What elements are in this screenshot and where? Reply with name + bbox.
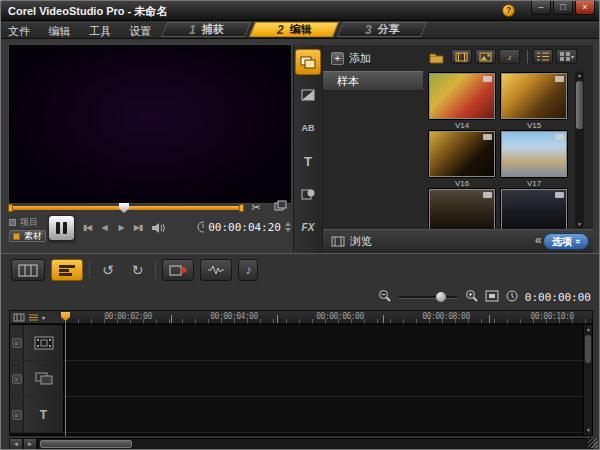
add-folder-button[interactable]: + 添加 (331, 51, 371, 66)
go-to-end-button[interactable]: ▶▮ (131, 220, 145, 236)
thumbnail-image[interactable] (501, 73, 567, 119)
track-options-icon[interactable]: ≡ (12, 374, 22, 384)
chevron-down-icon: ▾ (571, 53, 574, 60)
redo-button[interactable]: ↻ (126, 259, 150, 281)
video-track-toggle[interactable]: ≡ (10, 325, 24, 360)
pause-button[interactable] (48, 215, 75, 241)
timeline-hscrollbar[interactable]: ◄ ► (9, 438, 593, 450)
title-track[interactable]: ≡ T (10, 397, 592, 433)
library-scrollbar[interactable]: ▲ ▼ (575, 71, 584, 229)
scrollbar-thumb[interactable] (576, 81, 583, 129)
video-track-lane[interactable] (64, 325, 592, 360)
library-thumbnail[interactable]: V17 (501, 131, 567, 188)
video-track[interactable]: ≡ (10, 325, 592, 361)
auto-music-button[interactable]: ♪ (238, 259, 258, 281)
scroll-down-icon[interactable]: ▼ (575, 220, 584, 229)
ruler-scale[interactable]: 00:00:02:00 00:00:04:00 00:00:06:00 00:0… (65, 311, 592, 323)
step-tabs: 1捕获 2编辑 3分享 (164, 22, 424, 37)
tab-share[interactable]: 3分享 (337, 22, 427, 37)
scroll-down-icon[interactable]: ▼ (584, 426, 593, 435)
track-manager[interactable]: ▾ (10, 311, 65, 323)
filter-audio-button[interactable]: ♪ (499, 49, 520, 64)
volume-button[interactable] (151, 220, 166, 238)
fit-timeline-icon (485, 290, 499, 302)
thumbnail-image[interactable] (501, 131, 567, 177)
zoom-slider-handle[interactable] (436, 292, 446, 302)
video-track-header[interactable] (24, 325, 64, 360)
thumbnail-image[interactable] (429, 131, 495, 177)
import-media-button[interactable] (429, 50, 444, 68)
minimize-button[interactable]: – (531, 1, 551, 15)
thumbnail-image[interactable] (429, 73, 495, 119)
timeline-playhead-line[interactable] (65, 312, 66, 436)
playhead-marker[interactable] (119, 203, 129, 213)
timeline-view-button[interactable] (51, 259, 83, 281)
trim-end-handle[interactable] (239, 204, 244, 212)
scroll-up-icon[interactable]: ▲ (584, 325, 593, 334)
trim-start-handle[interactable] (8, 204, 13, 212)
nav-filter-button[interactable]: FX (295, 214, 321, 240)
overlay-track[interactable]: ≡ (10, 361, 592, 397)
browse-button[interactable]: 浏览 (331, 234, 372, 249)
overlay-track-lane[interactable] (64, 361, 592, 396)
fit-project-button[interactable] (485, 288, 499, 306)
scroll-right-icon[interactable]: ► (23, 438, 37, 450)
list-view-button[interactable] (533, 49, 553, 64)
seek-bar[interactable] (9, 206, 243, 210)
hscrollbar-track[interactable] (37, 438, 593, 450)
resize-grip[interactable] (588, 438, 598, 448)
clip-mode-button[interactable]: 素材 (9, 230, 46, 242)
scroll-left-icon[interactable]: ◄ (9, 438, 23, 450)
tracks-scrollbar[interactable]: ▲ ▼ (583, 325, 592, 435)
filter-photo-button[interactable] (475, 49, 496, 64)
track-options-icon[interactable]: ≡ (12, 410, 22, 420)
library-thumbnail[interactable]: V14 (429, 73, 495, 130)
library-thumbnail[interactable]: V16 (429, 131, 495, 188)
nav-subtitle-button[interactable]: T (295, 148, 321, 174)
nav-title-button[interactable]: AB (295, 115, 321, 141)
zoom-in-button[interactable] (465, 288, 478, 306)
split-clip-button[interactable]: ✂ (247, 200, 265, 215)
overlay-track-toggle[interactable]: ≡ (10, 361, 24, 396)
track-options-icon[interactable]: ≡ (12, 338, 22, 348)
tab-capture[interactable]: 1捕获 (161, 22, 251, 37)
overlay-track-header[interactable] (24, 361, 64, 396)
filter-video-button[interactable] (451, 49, 472, 64)
go-to-start-button[interactable]: ▮◀ (80, 220, 94, 236)
nav-transition-button[interactable] (295, 82, 321, 108)
timecode-spinner[interactable] (285, 222, 291, 232)
zoom-out-button[interactable] (378, 288, 391, 306)
project-mode-button[interactable]: 项目 (9, 216, 38, 228)
enlarge-preview-button[interactable] (272, 200, 290, 215)
hscrollbar-thumb[interactable] (40, 440, 132, 448)
library-thumbnail[interactable]: V15 (501, 73, 567, 130)
video-preview[interactable] (9, 45, 291, 203)
browse-label: 浏览 (350, 234, 372, 249)
timeline-ruler[interactable]: ▾ 00:00:02:00 00:00:04:00 00:00:06:00 00… (9, 310, 593, 324)
next-frame-button[interactable]: ▶ (114, 220, 128, 236)
transport-controls: ▮◀ ◀ ▶ ▶▮ (80, 220, 145, 236)
library-folder-sample[interactable]: 样本 (323, 71, 423, 91)
close-button[interactable]: × (575, 1, 595, 15)
help-icon[interactable]: ? (502, 4, 515, 17)
sound-mixer-button[interactable] (200, 259, 232, 281)
timecode-value[interactable]: 00:00:04:20 (208, 221, 281, 234)
nav-media-button[interactable] (295, 49, 321, 75)
record-capture-button[interactable] (162, 259, 194, 281)
tab-edit[interactable]: 2编辑 (249, 22, 339, 37)
title-track-toggle[interactable]: ≡ (10, 397, 24, 432)
zoom-slider[interactable] (398, 296, 458, 299)
undo-button[interactable]: ↺ (96, 259, 120, 281)
title-track-lane[interactable] (64, 397, 592, 432)
title-track-header[interactable]: T (24, 397, 64, 432)
thumbnail-view-button[interactable]: ▾ (556, 49, 577, 64)
nav-graphic-button[interactable] (295, 181, 321, 207)
project-duration-button[interactable] (506, 288, 518, 306)
options-button[interactable]: 选项 « (543, 233, 589, 250)
maximize-button[interactable]: □ (553, 1, 573, 15)
scrollbar-thumb[interactable] (585, 335, 591, 363)
storyboard-view-button[interactable] (11, 259, 45, 281)
scroll-up-icon[interactable]: ▲ (575, 71, 584, 80)
previous-frame-button[interactable]: ◀ (97, 220, 111, 236)
collapse-library-button[interactable]: « (535, 233, 542, 247)
